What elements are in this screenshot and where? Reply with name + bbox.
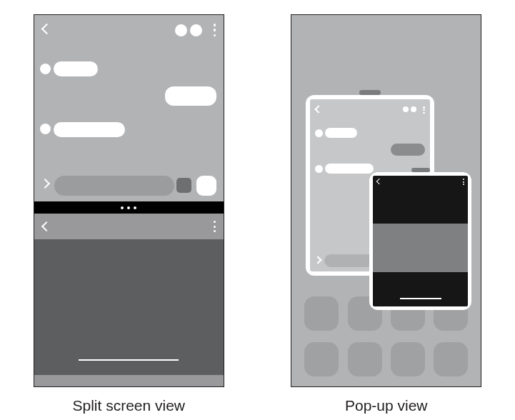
chat-header	[310, 99, 430, 119]
avatar-icon	[315, 129, 323, 137]
header-avatar-icon[interactable]	[411, 106, 416, 112]
home-indicator[interactable]	[79, 359, 179, 361]
more-options-icon[interactable]	[214, 221, 216, 232]
bottom-app-header	[34, 214, 224, 239]
caption-popup: Pop-up view	[345, 397, 428, 414]
chat-bubble-incoming	[54, 122, 125, 137]
chat-input-bar	[34, 167, 224, 201]
app-icon[interactable]	[434, 342, 468, 376]
header-avatar-icon[interactable]	[190, 24, 202, 36]
app-icon[interactable]	[304, 342, 339, 376]
back-icon[interactable]	[376, 179, 382, 184]
app-icon[interactable]	[391, 342, 425, 376]
back-icon[interactable]	[315, 105, 323, 113]
figure-split-screen: Split screen view	[34, 14, 224, 414]
figure-popup: Pop-up view	[291, 14, 481, 414]
chat-header	[34, 15, 224, 46]
more-options-icon[interactable]	[423, 106, 425, 114]
home-dock-row	[291, 342, 481, 376]
app-icon[interactable]	[304, 296, 339, 331]
back-icon[interactable]	[41, 24, 52, 35]
avatar-icon	[40, 124, 51, 134]
content-grey-mid	[373, 224, 468, 272]
app-icon[interactable]	[348, 342, 382, 376]
message-input[interactable]	[54, 176, 174, 196]
content-dark-bottom	[373, 272, 468, 306]
caption-split: Split screen view	[72, 397, 185, 414]
attach-icon[interactable]	[176, 178, 191, 193]
split-divider-handle[interactable]	[34, 201, 224, 214]
expand-icon[interactable]	[40, 179, 50, 189]
more-options-icon[interactable]	[214, 24, 216, 36]
avatar-icon	[315, 165, 323, 173]
split-bottom-app	[34, 214, 224, 386]
popup-app-header	[373, 176, 468, 188]
chat-bubble-incoming	[325, 164, 374, 174]
expand-icon[interactable]	[314, 256, 322, 264]
header-avatar-icon[interactable]	[175, 24, 187, 36]
bottom-app-content	[34, 239, 224, 375]
popup-app-content	[373, 176, 468, 306]
back-icon[interactable]	[41, 221, 51, 231]
popup-drag-handle[interactable]	[411, 168, 430, 172]
split-top-app	[34, 15, 224, 201]
chat-bubble-incoming	[325, 128, 357, 138]
home-indicator[interactable]	[400, 298, 441, 299]
chat-bubble-outgoing	[165, 86, 216, 106]
avatar-icon	[40, 64, 51, 74]
popup-window-app[interactable]	[369, 172, 471, 310]
phone-popup	[291, 14, 481, 387]
popup-drag-handle[interactable]	[359, 90, 381, 95]
send-button[interactable]	[196, 176, 216, 196]
header-avatar-icon[interactable]	[403, 106, 409, 112]
chat-bubble-incoming	[54, 61, 98, 76]
chat-bubble-outgoing	[391, 144, 425, 156]
more-options-icon[interactable]	[463, 179, 465, 185]
phone-split-screen	[34, 14, 224, 387]
content-dark-top	[373, 188, 468, 224]
bottom-strip	[34, 375, 224, 386]
